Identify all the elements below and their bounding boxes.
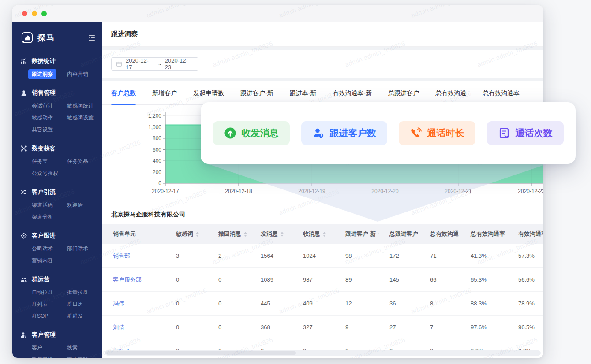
- user-gear-icon: [20, 331, 27, 338]
- sidebar-item[interactable]: 客户: [32, 344, 42, 352]
- value-cell: 9: [335, 324, 379, 331]
- value-cell: 0: [165, 324, 208, 331]
- value-cell: 1024: [292, 253, 335, 259]
- svg-text:800: 800: [153, 135, 161, 141]
- table-header-cell[interactable]: 撤回消息: [208, 230, 250, 238]
- scrollbar-thumb[interactable]: [106, 351, 296, 355]
- sidebar-item[interactable]: 自动拉群: [32, 289, 53, 296]
- sort-icon[interactable]: [280, 231, 284, 237]
- tab[interactable]: 发起申请数: [193, 81, 224, 105]
- sidebar-item[interactable]: 任务奖品: [67, 158, 88, 165]
- sidebar-item[interactable]: 跟进洞察: [28, 69, 56, 79]
- sidebar-item[interactable]: 任务宝: [32, 158, 48, 165]
- sidebar-item[interactable]: 敏感词统计: [67, 102, 94, 110]
- table-header-cell[interactable]: 跟进客户-新: [335, 230, 379, 238]
- sales-unit-cell[interactable]: 刘倩: [102, 316, 165, 339]
- table-header-cell[interactable]: 收消息: [292, 230, 335, 238]
- sidebar-item[interactable]: 渠道分析: [32, 213, 53, 221]
- sales-unit-cell[interactable]: 销售部: [102, 244, 165, 267]
- send-receive-message-icon: [224, 127, 236, 139]
- value-cell: 0: [208, 324, 250, 331]
- sidebar-item[interactable]: 客户字段: [67, 356, 88, 358]
- minimize-window-button[interactable]: [32, 11, 37, 16]
- tab[interactable]: 总跟进客户: [388, 81, 419, 105]
- overlay-button[interactable]: 通话时长: [399, 121, 475, 145]
- sidebar-item[interactable]: 公司话术: [32, 245, 53, 253]
- sidebar-item[interactable]: 群群发: [67, 312, 83, 320]
- table-row: 客户服务部001089987891456665.3%56.6%: [102, 268, 543, 292]
- sidebar-item[interactable]: 营销内容: [32, 257, 53, 264]
- tab[interactable]: 总有效沟通率: [483, 81, 520, 105]
- column-label: 跟进客户-新: [345, 230, 376, 238]
- zoom-window-button[interactable]: [41, 11, 47, 16]
- horizontal-scrollbar[interactable]: [105, 350, 541, 356]
- overlay-button[interactable]: 通话次数: [487, 121, 564, 145]
- overlay-button-label: 跟进客户数: [330, 127, 376, 139]
- overlay-button[interactable]: 跟进客户数: [301, 121, 387, 145]
- value-cell: 65.3%: [460, 276, 508, 283]
- page-title: 跟进洞察: [111, 30, 138, 38]
- table-header-cell[interactable]: 总有效沟通率: [460, 230, 508, 238]
- value-cell: 1089: [250, 276, 292, 283]
- sidebar-item[interactable]: 群日历: [67, 301, 83, 308]
- column-label: 收消息: [303, 230, 320, 238]
- sidebar-item[interactable]: 线索: [67, 344, 78, 352]
- sidebar-section-header: 客户引流: [20, 188, 102, 196]
- target-icon: [20, 232, 27, 239]
- sidebar-item[interactable]: 重复跟进: [32, 356, 53, 358]
- sidebar-item[interactable]: 内容营销: [67, 71, 88, 78]
- sidebar-section-title: 数据统计: [32, 57, 56, 65]
- sort-icon[interactable]: [322, 231, 326, 237]
- value-cell: 78.9%: [508, 300, 543, 307]
- sort-icon[interactable]: [195, 231, 199, 237]
- sidebar-section-items: 自动拉群批量拉群群列表群日历群SOP群群发: [32, 289, 102, 320]
- sales-unit-link[interactable]: 冯伟: [113, 300, 124, 308]
- sidebar-item[interactable]: 群SOP: [32, 312, 48, 320]
- sales-unit-cell[interactable]: 客户服务部: [102, 268, 165, 291]
- sidebar-item[interactable]: 会话审计: [32, 102, 53, 110]
- table-header-cell[interactable]: 敏感词: [165, 230, 208, 238]
- sidebar-section: 裂变获客任务宝任务奖品公众号授权: [20, 145, 102, 177]
- tab[interactable]: 有效沟通率-新: [333, 81, 372, 105]
- sidebar-item[interactable]: 敏感词设置: [67, 114, 94, 122]
- menu-fold-icon[interactable]: [87, 33, 96, 42]
- sales-unit-link[interactable]: 刘倩: [113, 323, 124, 331]
- table-header-cell[interactable]: 总有效沟通: [419, 230, 460, 238]
- sort-icon[interactable]: [243, 231, 247, 237]
- sidebar-item[interactable]: 欢迎语: [67, 201, 83, 209]
- tab[interactable]: 客户总数: [111, 81, 136, 105]
- filter-panel: 2020-12-17 ~ 2020-12-23: [102, 50, 543, 78]
- value-cell: 36: [379, 300, 419, 307]
- sidebar-item[interactable]: 批量拉群: [67, 289, 88, 296]
- sidebar-section: 群运营自动拉群批量拉群群列表群日历群SOP群群发: [20, 275, 102, 320]
- sidebar-item[interactable]: 群列表: [32, 301, 48, 308]
- tab[interactable]: 跟进率-新: [290, 81, 317, 105]
- sidebar-item[interactable]: 敏感动作: [32, 114, 53, 122]
- sales-unit-link[interactable]: 销售部: [113, 252, 130, 260]
- sales-unit-cell[interactable]: 冯伟: [102, 292, 165, 315]
- sales-unit-link[interactable]: 客户服务部: [113, 276, 142, 284]
- table-header-cell[interactable]: 有效沟通率-新: [508, 230, 543, 238]
- sidebar-section: 数据统计跟进洞察内容营销: [20, 57, 102, 78]
- date-range-picker[interactable]: 2020-12-17 ~ 2020-12-23: [111, 57, 198, 71]
- sidebar-item[interactable]: 部门话术: [67, 245, 88, 253]
- tab[interactable]: 新增客户: [152, 81, 177, 105]
- sidebar-section-title: 客户管理: [32, 331, 56, 339]
- tab[interactable]: 跟进客户-新: [240, 81, 273, 105]
- table-row: 冯伟004454091236888.3%78.9%: [102, 292, 543, 316]
- sidebar: 探马 数据统计跟进洞察内容营销销售管理会话审计敏感词统计敏感动作敏感词设置其它设…: [12, 22, 102, 358]
- tab[interactable]: 总有效沟通: [435, 81, 466, 105]
- sidebar-section-title: 群运营: [32, 275, 50, 283]
- overlay-button[interactable]: 收发消息: [213, 121, 290, 145]
- close-window-button[interactable]: [22, 11, 27, 16]
- value-cell: 0: [208, 300, 250, 307]
- table-header-row: 销售单元敏感词撤回消息发消息收消息跟进客户-新总跟进客户总有效沟通总有效沟通率有…: [102, 224, 543, 244]
- sidebar-item[interactable]: 公众号授权: [32, 170, 58, 177]
- sidebar-section-items: 客户线索重复跟进客户字段标签: [32, 344, 102, 358]
- sidebar-item[interactable]: 渠道活码: [32, 201, 53, 209]
- sidebar-item[interactable]: 其它设置: [32, 126, 53, 134]
- table-header-cell[interactable]: 总跟进客户: [379, 230, 419, 238]
- table-header-cell[interactable]: 发消息: [250, 230, 292, 238]
- horse-logo-icon: [21, 32, 33, 44]
- value-cell: 1564: [250, 253, 292, 259]
